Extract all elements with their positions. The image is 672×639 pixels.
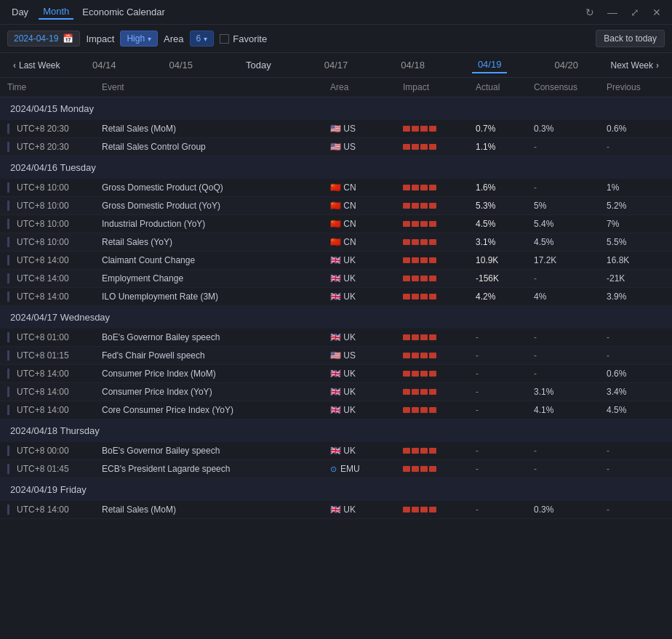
cell-area: 🇬🇧 UK — [330, 387, 403, 397]
cell-area: 🇬🇧 UK — [330, 255, 403, 265]
close-icon[interactable]: ✕ — [649, 5, 665, 20]
table-row[interactable]: UTC+8 14:00 Consumer Price Index (MoM) 🇬… — [0, 365, 672, 383]
cell-area: 🇬🇧 UK — [330, 405, 403, 415]
cell-event: ILO Unemployment Rate (3M) — [102, 292, 330, 302]
cell-area: 🇺🇸 US — [330, 124, 403, 134]
expand-icon[interactable]: ⤢ — [627, 5, 643, 20]
chevron-down-area-icon: ▾ — [204, 35, 207, 43]
date-selector[interactable]: 2024-04-19 📅 — [7, 31, 80, 47]
calendar-data-area[interactable]: 2024/04/15 Monday UTC+8 20:30 Retail Sal… — [0, 97, 672, 639]
cell-consensus: 4.5% — [534, 237, 607, 247]
cell-event: Gross Domestic Product (YoY) — [102, 201, 330, 211]
cell-area: 🇬🇧 UK — [330, 369, 403, 379]
cell-consensus: 4% — [534, 292, 607, 302]
cell-event: Retail Sales (MoM) — [102, 505, 330, 515]
row-indicator — [7, 142, 9, 152]
table-row[interactable]: UTC+8 14:00 Consumer Price Index (YoY) 🇬… — [0, 383, 672, 401]
cell-time: UTC+8 14:00 — [7, 255, 102, 265]
table-row[interactable]: UTC+8 00:00 BoE's Governor Bailey speech… — [0, 442, 672, 460]
impact-value: High — [127, 33, 145, 44]
col-impact: Impact — [403, 82, 476, 92]
cell-consensus: - — [534, 446, 607, 456]
section-header-0: 2024/04/15 Monday — [0, 97, 672, 120]
table-row[interactable]: UTC+8 10:00 Industrial Production (YoY) … — [0, 215, 672, 233]
cell-previous: 0.6% — [607, 124, 665, 134]
refresh-icon[interactable]: ↻ — [582, 5, 598, 20]
table-row[interactable]: UTC+8 10:00 Gross Domestic Product (QoQ)… — [0, 179, 672, 197]
cell-event: BoE's Governor Bailey speech — [102, 332, 330, 342]
table-row[interactable]: UTC+8 14:00 Core Consumer Price Index (Y… — [0, 401, 672, 419]
prev-week-button[interactable]: ‹ Last Week — [7, 58, 65, 73]
table-row[interactable]: UTC+8 20:30 Retail Sales Control Group 🇺… — [0, 138, 672, 156]
cell-event: Employment Change — [102, 273, 330, 284]
table-row[interactable]: UTC+8 01:45 ECB's President Lagarde spee… — [0, 460, 672, 478]
table-header: Time Event Area Impact Actual Consensus … — [0, 78, 672, 97]
row-indicator — [7, 369, 9, 379]
cell-impact — [403, 334, 476, 340]
table-row[interactable]: UTC+8 10:00 Gross Domestic Product (YoY)… — [0, 197, 672, 215]
area-dropdown[interactable]: 6 ▾ — [190, 31, 215, 47]
favorite-checkbox[interactable] — [220, 34, 229, 44]
cell-consensus: 3.1% — [534, 387, 607, 397]
cell-area: 🇬🇧 UK — [330, 332, 403, 342]
col-event: Event — [102, 82, 330, 92]
cell-previous: - — [607, 446, 665, 456]
cell-area: ⊙ EMU — [330, 464, 403, 474]
cell-consensus: 5.4% — [534, 219, 607, 229]
table-row[interactable]: UTC+8 14:00 Claimant Count Change 🇬🇧 UK … — [0, 252, 672, 270]
cell-time: UTC+8 10:00 — [7, 182, 102, 193]
row-indicator — [7, 292, 9, 302]
cell-impact — [403, 126, 476, 132]
cell-impact — [403, 507, 476, 513]
tab-month[interactable]: Month — [39, 4, 73, 20]
row-indicator — [7, 446, 9, 456]
chevron-right-icon: › — [656, 60, 659, 71]
cell-event: BoE's Governor Bailey speech — [102, 446, 330, 456]
cell-consensus: - — [534, 182, 607, 193]
col-consensus: Consensus — [534, 82, 607, 92]
cell-previous: 3.4% — [607, 387, 665, 397]
minimize-icon[interactable]: — — [604, 5, 621, 20]
nav-date-today[interactable]: Today — [240, 57, 277, 73]
cell-impact — [403, 448, 476, 454]
table-row[interactable]: UTC+8 10:00 Retail Sales (YoY) 🇨🇳 CN 3.1… — [0, 233, 672, 252]
nav-date-0414[interactable]: 04/14 — [87, 57, 122, 73]
chevron-left-icon: ‹ — [13, 60, 16, 71]
table-row[interactable]: UTC+8 14:00 Employment Change 🇬🇧 UK -156… — [0, 270, 672, 288]
impact-dropdown[interactable]: High ▾ — [120, 31, 158, 47]
cell-previous: 5.2% — [607, 201, 665, 211]
nav-date-0415[interactable]: 04/15 — [164, 57, 199, 73]
nav-dates: 04/14 04/15 Today 04/17 04/18 04/19 04/2… — [65, 57, 604, 73]
table-row[interactable]: UTC+8 01:15 Fed's Chair Powell speech 🇺🇸… — [0, 347, 672, 365]
table-row[interactable]: UTC+8 20:30 Retail Sales (MoM) 🇺🇸 US 0.7… — [0, 120, 672, 138]
row-indicator — [7, 387, 9, 397]
cell-consensus: - — [534, 142, 607, 152]
table-row[interactable]: UTC+8 14:00 ILO Unemployment Rate (3M) 🇬… — [0, 288, 672, 306]
cell-previous: 0.6% — [607, 369, 665, 379]
top-bar: Day Month Economic Calendar ↻ — ⤢ ✕ — [0, 0, 672, 25]
area-label: Area — [164, 33, 183, 44]
table-row[interactable]: UTC+8 01:00 BoE's Governor Bailey speech… — [0, 329, 672, 347]
toolbar: 2024-04-19 📅 Impact High ▾ Area 6 ▾ Favo… — [0, 25, 672, 53]
cell-actual: 1.6% — [476, 182, 534, 193]
cell-time: UTC+8 10:00 — [7, 237, 102, 247]
table-row[interactable]: UTC+8 14:00 Retail Sales (MoM) 🇬🇧 UK - 0… — [0, 501, 672, 519]
page-title: Economic Calendar — [82, 7, 164, 17]
cell-time: UTC+8 01:15 — [7, 350, 102, 361]
cell-actual: - — [476, 405, 534, 415]
back-to-today-button[interactable]: Back to today — [596, 30, 665, 47]
cell-actual: 0.7% — [476, 124, 534, 134]
nav-date-0417[interactable]: 04/17 — [319, 57, 354, 73]
next-week-button[interactable]: Next Week › — [605, 58, 665, 73]
favorite-checkbox-wrap[interactable]: Favorite — [220, 33, 267, 44]
cell-consensus: - — [534, 350, 607, 361]
cell-time: UTC+8 01:00 — [7, 332, 102, 342]
nav-date-0419[interactable]: 04/19 — [472, 57, 508, 73]
cell-time: UTC+8 10:00 — [7, 201, 102, 211]
row-indicator — [7, 464, 9, 474]
row-indicator — [7, 237, 9, 247]
nav-date-0418[interactable]: 04/18 — [395, 57, 431, 73]
prev-week-label: Last Week — [19, 60, 60, 71]
nav-date-0420[interactable]: 04/20 — [548, 57, 584, 73]
tab-day[interactable]: Day — [7, 5, 33, 19]
